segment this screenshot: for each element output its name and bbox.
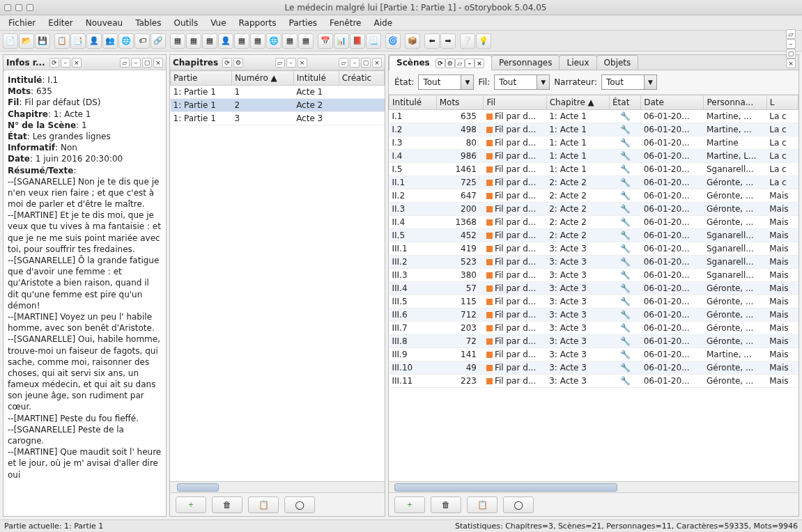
tab-objets[interactable]: Objets	[596, 55, 639, 70]
tool-bulb-icon[interactable]: 💡	[476, 33, 491, 49]
menu-vue[interactable]: Vue	[205, 17, 231, 29]
tool-group-icon[interactable]: 👥	[102, 33, 118, 49]
tool-view2-icon[interactable]: 📑	[70, 33, 86, 49]
tool-spiral-icon[interactable]: 🌀	[385, 33, 401, 49]
table-row[interactable]: III.3380Fil par d...3: Acte 3🔧06-01-20..…	[390, 269, 799, 282]
tool-person-icon[interactable]: 👤	[86, 33, 102, 49]
table-row[interactable]: III.1049Fil par d...3: Acte 3🔧06-01-20..…	[390, 361, 799, 375]
tool-table4-icon[interactable]: ▦	[234, 33, 249, 49]
tool-globe-icon[interactable]: 🌐	[118, 33, 134, 49]
min-icon[interactable]: –	[465, 58, 475, 68]
table-row[interactable]: III.2523Fil par d...3: Acte 3🔧06-01-20..…	[390, 256, 799, 269]
chapters-hscroll[interactable]	[170, 481, 385, 492]
tool-tag-icon[interactable]: 🏷	[134, 33, 150, 49]
chapters-table[interactable]: PartieNuméro ▲IntituléCréatic 1: Partie …	[170, 70, 385, 125]
close2-icon[interactable]: ×	[786, 58, 796, 68]
tab-personnages[interactable]: Personnages	[491, 55, 560, 70]
scenes-add-button[interactable]: ＋	[394, 496, 425, 513]
pin-icon[interactable]: ▱	[455, 58, 465, 68]
scenes-col-header[interactable]: Chapitre ▲	[546, 95, 609, 110]
filter-fil-combo[interactable]: Tout▼	[494, 75, 550, 90]
tool-table1-icon[interactable]: ▦	[170, 33, 185, 49]
table-row[interactable]: II.41368Fil par d...2: Acte 2🔧06-01-20..…	[390, 216, 799, 229]
tool-table7-icon[interactable]: ▦	[298, 33, 314, 49]
float-icon[interactable]: ▱	[786, 29, 796, 39]
menu-parties[interactable]: Parties	[283, 17, 323, 29]
menu-rapports[interactable]: Rapports	[233, 17, 282, 29]
scenes-col-header[interactable]: Mots	[436, 95, 484, 110]
close-icon[interactable]: ×	[298, 58, 307, 68]
max-icon[interactable]: ▢	[786, 49, 796, 58]
menu-editer[interactable]: Editer	[43, 17, 79, 29]
close-icon[interactable]: ×	[475, 58, 484, 68]
scenes-copy-button[interactable]: 📋	[467, 496, 498, 513]
table-row[interactable]: I.2498Fil par d...1: Acte 1🔧06-01-20...M…	[390, 123, 799, 136]
chapters-col-header[interactable]: Partie	[171, 71, 232, 86]
tab-lieux[interactable]: Lieux	[559, 55, 596, 70]
scenes-delete-button[interactable]: 🗑	[431, 496, 461, 513]
scenes-col-header[interactable]: L	[766, 95, 798, 110]
table-row[interactable]: III.6712Fil par d...3: Acte 3🔧06-01-20..…	[390, 308, 799, 322]
chapters-unknown-button[interactable]: ◯	[284, 496, 315, 513]
filter-etat-combo[interactable]: Tout▼	[418, 75, 474, 90]
tool-save-icon[interactable]: 💾	[35, 33, 50, 49]
scenes-col-header[interactable]: Fil	[484, 95, 546, 110]
table-row[interactable]: III.7203Fil par d...3: Acte 3🔧06-01-20..…	[390, 322, 799, 335]
table-row[interactable]: II.3200Fil par d...2: Acte 2🔧06-01-20...…	[390, 203, 799, 216]
wm-maximize-button[interactable]	[15, 4, 22, 11]
tool-open-icon[interactable]: 📂	[19, 33, 34, 49]
table-row[interactable]: I.4986Fil par d...1: Acte 1🔧06-01-20...M…	[390, 150, 799, 163]
tool-table6-icon[interactable]: ▦	[282, 33, 298, 49]
table-row[interactable]: 1: Partie 11Acte 1	[171, 86, 385, 99]
table-row[interactable]: 1: Partie 12Acte 2	[171, 99, 385, 112]
table-row[interactable]: III.1419Fil par d...3: Acte 3🔧06-01-20..…	[390, 242, 799, 256]
options-icon[interactable]: ⚙	[445, 58, 455, 68]
tab-scenes[interactable]: Scènes ⟳ ⚙ ▱ – ×	[389, 55, 492, 70]
min-icon[interactable]: –	[286, 58, 296, 68]
scenes-hscroll[interactable]	[389, 481, 799, 492]
close2-icon[interactable]: ×	[372, 58, 382, 68]
menu-outils[interactable]: Outils	[168, 17, 203, 29]
close-panel-icon[interactable]: ×	[72, 58, 82, 68]
tool-table3-icon[interactable]: ▦	[202, 33, 217, 49]
chapters-col-header[interactable]: Intitulé	[293, 71, 339, 86]
scenes-unknown-button[interactable]: ◯	[503, 496, 534, 513]
table-row[interactable]: 1: Partie 13Acte 3	[171, 112, 385, 125]
float-icon[interactable]: ▱	[120, 58, 130, 68]
scenes-col-header[interactable]: Intitulé	[390, 95, 437, 110]
table-row[interactable]: II.1725Fil par d...2: Acte 2🔧06-01-20...…	[390, 176, 799, 189]
table-row[interactable]: III.872Fil par d...3: Acte 3🔧06-01-20...…	[390, 335, 799, 348]
table-row[interactable]: III.9141Fil par d...3: Acte 3🔧06-01-20..…	[390, 348, 799, 361]
menu-nouveau[interactable]: Nouveau	[80, 17, 128, 29]
table-row[interactable]: I.51461Fil par d...1: Acte 1🔧06-01-20...…	[390, 163, 799, 176]
close-icon[interactable]: ×	[153, 58, 163, 68]
min2-icon[interactable]: –	[350, 58, 360, 68]
menu-aide[interactable]: Aide	[368, 17, 398, 29]
max-icon[interactable]: ▢	[361, 58, 371, 68]
menu-fichier[interactable]: Fichier	[3, 17, 41, 29]
tool-table5-icon[interactable]: ▦	[250, 33, 265, 49]
table-row[interactable]: III.5115Fil par d...3: Acte 3🔧06-01-20..…	[390, 295, 799, 308]
table-row[interactable]: I.380Fil par d...1: Acte 1🔧06-01-20...Ma…	[390, 136, 799, 150]
tool-table2-icon[interactable]: ▦	[186, 33, 201, 49]
min-icon[interactable]: –	[131, 58, 141, 68]
chapters-col-header[interactable]: Créatic	[339, 71, 384, 86]
tool-globe2-icon[interactable]: 🌐	[266, 33, 282, 49]
table-row[interactable]: III.11223Fil par d...3: Acte 3🔧06-01-20.…	[390, 375, 799, 388]
scenes-col-header[interactable]: Personna...	[704, 95, 766, 110]
table-row[interactable]: III.457Fil par d...3: Acte 3🔧06-01-20...…	[390, 282, 799, 295]
pin-icon[interactable]: ▱	[275, 58, 285, 68]
menu-fenetre[interactable]: Fenêtre	[324, 17, 367, 29]
scenes-col-header[interactable]: État	[610, 95, 641, 110]
table-row[interactable]: II.2647Fil par d...2: Acte 2🔧06-01-20...…	[390, 189, 799, 203]
chapters-delete-button[interactable]: 🗑	[212, 496, 242, 513]
tool-doc-icon[interactable]: 📃	[366, 33, 381, 49]
table-row[interactable]: II.5452Fil par d...2: Acte 2🔧06-01-20...…	[390, 229, 799, 242]
max-icon[interactable]: ▢	[142, 58, 152, 68]
tool-forward-icon[interactable]: ➡	[440, 33, 456, 49]
tool-help-icon[interactable]: ❔	[460, 33, 475, 49]
refresh-icon[interactable]: ⟳	[49, 58, 59, 68]
scenes-table[interactable]: IntituléMotsFilChapitre ▲ÉtatDatePersonn…	[389, 95, 799, 388]
tool-view1-icon[interactable]: 📋	[54, 33, 70, 49]
wm-unknown-button[interactable]	[4, 4, 11, 11]
